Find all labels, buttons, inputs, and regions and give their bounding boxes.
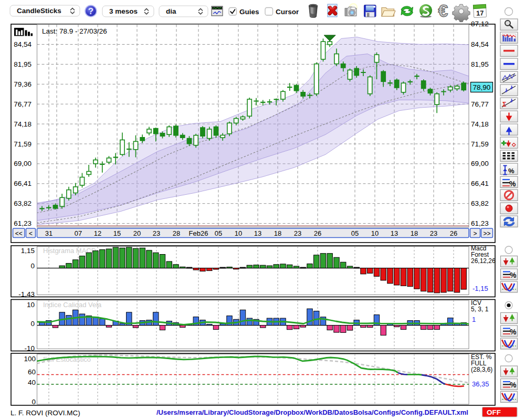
svg-text:17: 17 [476,9,484,17]
svg-text:%: % [508,167,514,175]
svg-text:60: 60 [28,368,36,376]
svg-text:-1,43: -1,43 [18,290,35,298]
svg-text:05: 05 [215,229,222,237]
svg-text:-1,15: -1,15 [472,285,488,292]
svg-text:74,18: 74,18 [471,120,489,128]
svg-text:84,54: 84,54 [14,40,32,48]
svg-text:1: 1 [472,316,476,323]
svg-text:74,18: 74,18 [14,120,32,128]
svg-text:Σ: Σ [502,101,506,108]
svg-text:L. F. ROVI (ROVI.MC): L. F. ROVI (ROVI.MC) [10,409,80,417]
svg-text:%: % [510,381,517,389]
svg-text:10: 10 [27,301,35,309]
svg-text:84,54: 84,54 [471,40,489,48]
svg-text:0: 0 [32,398,36,406]
svg-text:69,00: 69,00 [14,160,32,167]
svg-text:%: % [510,328,517,336]
svg-text:28: 28 [173,229,180,237]
svg-text:€: € [438,1,448,20]
svg-text:dia: dia [166,7,176,15]
svg-text:40: 40 [28,379,36,386]
svg-text:69,00: 69,00 [471,160,489,167]
svg-text:<: < [29,230,33,237]
svg-text:20: 20 [133,229,141,237]
svg-text:(28,3,6): (28,3,6) [471,366,492,373]
svg-text:18: 18 [274,229,281,237]
svg-text:100: 100 [24,355,36,363]
svg-text:63,82: 63,82 [471,200,489,207]
svg-text:71,59: 71,59 [471,140,489,148]
svg-text:0: 0 [30,262,35,270]
svg-text:CandleSticks: CandleSticks [17,7,61,15]
svg-text:>>: >> [483,230,490,237]
svg-text:71,59: 71,59 [14,140,32,148]
svg-text:Feb26: Feb26 [189,229,208,237]
svg-text:10: 10 [235,229,242,237]
svg-text:10: 10 [371,229,379,237]
svg-text:Last: 78.9 - 27/03/26: Last: 78.9 - 27/03/26 [42,27,107,35]
svg-text:61,23: 61,23 [14,219,32,227]
svg-text:15: 15 [113,229,121,237]
svg-text:-10: -10 [24,344,35,352]
svg-text:36,35: 36,35 [472,380,489,388]
svg-text:18: 18 [411,229,418,237]
svg-text:13: 13 [391,229,398,237]
svg-text:81,95: 81,95 [471,60,489,68]
svg-text:/Users/mserra/Library/CloudSto: /Users/mserra/Library/CloudStorage/Dropb… [156,408,468,416]
svg-text:0: 0 [30,320,35,328]
svg-text:61,23: 61,23 [471,219,489,227]
svg-text:07: 07 [75,229,82,237]
svg-text:%: % [510,271,517,279]
svg-text:78,90: 78,90 [473,83,491,91]
svg-text:87,12: 87,12 [471,20,489,28]
svg-text:OFF: OFF [487,408,501,416]
svg-text:31: 31 [45,229,52,237]
svg-text:5, 3, 1: 5, 3, 1 [471,306,489,313]
svg-text:23: 23 [153,229,160,237]
svg-text:76,77: 76,77 [471,100,489,108]
svg-text:66,41: 66,41 [14,180,32,187]
svg-text:23: 23 [294,229,301,237]
svg-text:12: 12 [94,229,101,237]
svg-text:Cursor: Cursor [276,8,299,16]
svg-text:<<: << [15,230,23,237]
svg-text:76,77: 76,77 [14,100,32,108]
svg-text:23: 23 [430,229,437,237]
svg-text:05: 05 [351,229,359,237]
svg-text:81,95: 81,95 [14,60,32,68]
svg-text:26,12,26: 26,12,26 [471,257,496,265]
svg-text:26: 26 [314,229,321,237]
svg-text:79,36: 79,36 [14,80,32,88]
svg-text:13: 13 [254,229,261,237]
svg-text:1,15: 1,15 [21,247,35,255]
svg-text:66,41: 66,41 [471,180,489,187]
svg-text:?: ? [88,6,93,16]
svg-text:Guies: Guies [239,8,259,16]
svg-text:Indice Calidad Vela: Indice Calidad Vela [43,301,102,309]
svg-text:%: % [509,180,516,188]
svg-text:26: 26 [450,229,457,237]
svg-text:>: > [473,230,477,237]
svg-text:63,82: 63,82 [14,200,32,207]
svg-text:3 mesos: 3 mesos [109,7,138,15]
